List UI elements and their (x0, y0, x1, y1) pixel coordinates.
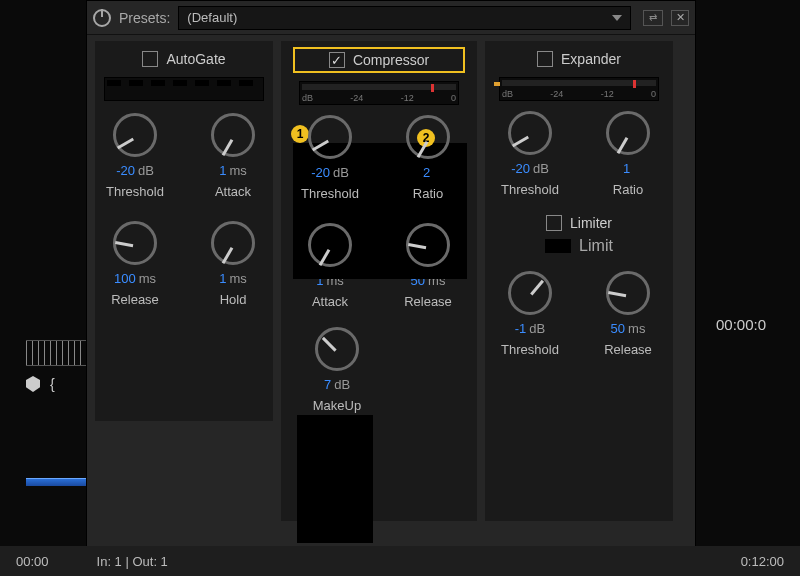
timeline-clip[interactable] (26, 478, 86, 486)
autogate-release-label: Release (111, 292, 159, 307)
expander-threshold-label: Threshold (501, 182, 559, 197)
chevron-down-icon (612, 15, 622, 21)
compressor-release-label: Release (404, 294, 452, 309)
limiter-threshold-label: Threshold (501, 342, 559, 357)
autogate-checkbox[interactable] (142, 51, 158, 67)
autogate-hold-knob[interactable] (211, 221, 255, 265)
power-icon[interactable] (93, 9, 111, 27)
autogate-threshold-label: Threshold (106, 184, 164, 199)
autogate-title: AutoGate (166, 51, 225, 67)
timeline-time-right: 00:00:0 (716, 316, 800, 333)
autogate-hold-label: Hold (220, 292, 247, 307)
expander-threshold-knob[interactable] (508, 111, 552, 155)
footer-inout: In: 1 | Out: 1 (97, 554, 168, 569)
track-shield-icon (26, 376, 40, 392)
autogate-threshold-knob[interactable] (113, 113, 157, 157)
limiter-mini-meter (545, 239, 571, 253)
compressor-attack-knob[interactable] (308, 223, 352, 267)
compressor-attack-label: Attack (312, 294, 348, 309)
compressor-head-highlight: Compressor (293, 47, 465, 73)
footer-left-time: 00:00 (16, 554, 49, 569)
autogate-release-knob[interactable] (113, 221, 157, 265)
compressor-meter: dB -24 -12 0 (299, 81, 459, 105)
compressor-threshold-label: Threshold (301, 186, 359, 201)
preset-value: (Default) (187, 10, 237, 25)
presets-dropdown[interactable]: (Default) (178, 6, 631, 30)
footer-end-time: 0:12:00 (741, 554, 784, 569)
limiter-threshold-knob[interactable] (508, 271, 552, 315)
close-icon[interactable]: ✕ (671, 10, 689, 26)
limiter-limit-label: Limit (579, 237, 613, 255)
limiter-title: Limiter (570, 215, 612, 231)
expander-section: Expander dB -24 -12 0 -20dB Threshold (485, 41, 673, 521)
compressor-section: Compressor dB -24 -12 0 -20dB Threshold (281, 41, 477, 521)
footer-bar: 00:00 In: 1 | Out: 1 0:12:00 (0, 546, 800, 576)
compressor-ratio-label: Ratio (413, 186, 443, 201)
expander-ratio-knob[interactable] (606, 111, 650, 155)
expander-title: Expander (561, 51, 621, 67)
compressor-checkbox[interactable] (329, 52, 345, 68)
limiter-release-label: Release (604, 342, 652, 357)
autogate-section: AutoGate -20dB Threshold 1ms Attack 1 (95, 41, 273, 421)
autogate-attack-knob[interactable] (211, 113, 255, 157)
compressor-threshold-knob[interactable] (308, 115, 352, 159)
autogate-attack-label: Attack (215, 184, 251, 199)
limiter-checkbox[interactable] (546, 215, 562, 231)
autogate-meter (104, 77, 264, 101)
compressor-makeup-knob[interactable] (315, 327, 359, 371)
compressor-release-knob[interactable] (406, 223, 450, 267)
expander-checkbox[interactable] (537, 51, 553, 67)
compressor-ratio-knob[interactable] (406, 115, 450, 159)
limiter-release-knob[interactable] (606, 271, 650, 315)
compressor-makeup-label: MakeUp (313, 398, 361, 413)
expander-ratio-label: Ratio (613, 182, 643, 197)
compressor-title: Compressor (353, 52, 429, 68)
presets-label: Presets: (119, 10, 170, 26)
routing-icon[interactable]: ⇄ (643, 10, 663, 26)
highlight-box-2 (297, 415, 373, 543)
expander-meter: dB -24 -12 0 (499, 77, 659, 101)
bracket-icon: { (50, 376, 55, 392)
limiter-section: Limiter Limit -1dB Threshold 50ms Re (493, 207, 665, 365)
dynamics-panel: Presets: (Default) ⇄ ✕ AutoGate -20dB Th… (86, 0, 696, 570)
